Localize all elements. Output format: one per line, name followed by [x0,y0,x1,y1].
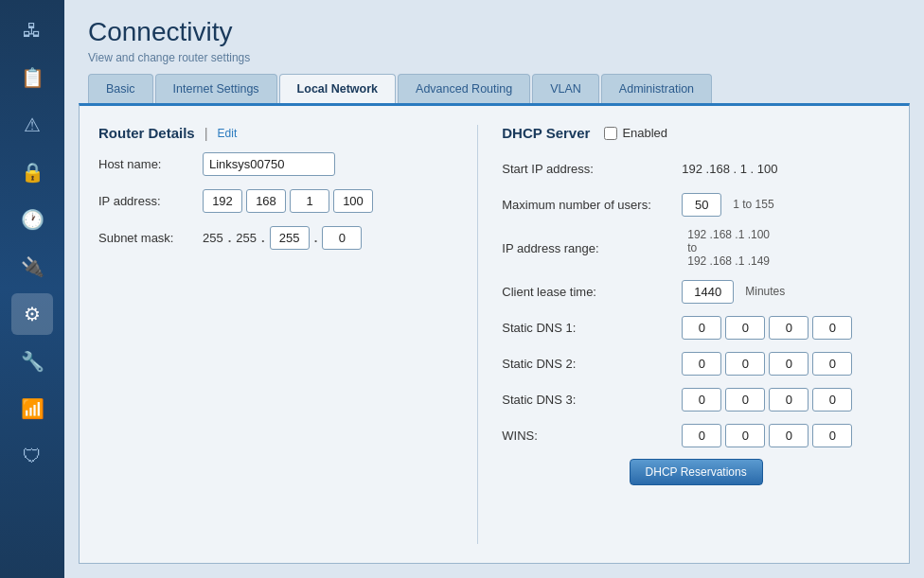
max-users-note: 1 to 155 [733,198,773,211]
ip-address-inputs [203,189,373,213]
wins-octet2[interactable] [725,424,765,447]
dns3-octet1[interactable] [682,388,721,412]
ip-address-label: IP address: [98,194,203,208]
wins-values [682,424,852,447]
router-details-panel: Router Details | Edit Host name: IP addr… [98,125,478,544]
router-icon[interactable]: 🖧 [11,9,53,51]
subnet-mask-inputs: 255 . 255 . . [203,226,362,250]
dhcp-reservations-container: DHCP Reservations [502,459,890,485]
hostname-row: Host name: [98,152,453,176]
dns1-octet4[interactable] [812,316,852,340]
dns2-octet1[interactable] [682,352,721,376]
hostname-inputs [203,152,335,176]
content-area: Router Details | Edit Host name: IP addr… [79,103,910,564]
main-content: Connectivity View and change router sett… [64,0,924,578]
wireless-icon[interactable]: 📶 [11,388,53,429]
network-icon[interactable]: 📋 [11,57,53,98]
dhcp-enabled-label[interactable]: Enabled [604,126,667,140]
dns3-values [682,388,852,412]
dhcp-header: DHCP Server Enabled [502,125,890,141]
ip-address-row: IP address: [98,189,453,213]
ip-range-block: 192 .168 .1 .100 to 192 .168 .1 .149 [687,228,770,268]
hostname-input[interactable] [203,152,335,176]
subnet-mask-label: Subnet mask: [98,231,203,245]
ip-octet2-input[interactable] [246,189,286,213]
lease-time-input[interactable] [682,280,734,304]
dns2-octet2[interactable] [725,352,765,376]
tab-administration[interactable]: Administration [601,74,712,103]
dns2-values [682,352,852,376]
start-ip-display: 192 .168 . 1 . 100 [682,162,777,176]
dns3-octet2[interactable] [725,388,765,412]
ip-range-to: to [687,241,770,254]
dns1-octet1[interactable] [682,316,721,340]
dns1-values [682,316,852,340]
lease-time-unit: Minutes [745,285,785,298]
dhcp-panel: DHCP Server Enabled Start IP address: 19… [478,125,890,544]
security-badge-icon[interactable]: 🛡 [11,435,53,477]
dns1-octet3[interactable] [769,316,808,340]
wins-row: WINS: [502,423,890,447]
dot1: . [228,231,232,245]
router-details-title: Router Details | Edit [98,125,453,141]
start-ip-values: 192 .168 . 1 . 100 [682,162,777,176]
start-ip-row: Start IP address: 192 .168 . 1 . 100 [502,156,890,181]
ip-range-line1: 192 .168 .1 .100 [687,228,770,241]
wins-octet3[interactable] [769,424,808,447]
page-header: Connectivity View and change router sett… [64,0,924,74]
dot2: . [261,231,265,245]
dns2-octet4[interactable] [812,352,852,376]
clock-icon[interactable]: 🕐 [11,199,53,240]
tools-icon[interactable]: 🔧 [11,341,53,382]
tab-basic[interactable]: Basic [88,74,153,103]
max-users-input[interactable] [682,193,721,217]
subnet-octet3-input[interactable] [270,226,310,250]
wins-octet1[interactable] [682,424,721,447]
subnet-mask-row: Subnet mask: 255 . 255 . . [98,226,453,250]
page-subtitle: View and change router settings [88,51,900,64]
ip-octet4-input[interactable] [333,189,373,213]
dns1-octet2[interactable] [725,316,765,340]
dns3-octet3[interactable] [769,388,808,412]
ip-range-line2: 192 .168 .1 .149 [687,254,770,268]
hostname-label: Host name: [98,157,203,171]
wins-label: WINS: [502,429,682,443]
tab-bar: Basic Internet Settings Local Network Ad… [79,74,924,103]
dns1-row: Static DNS 1: [502,315,890,340]
dns3-row: Static DNS 3: [502,387,890,412]
tab-vlan[interactable]: VLAN [532,74,599,103]
warning-icon[interactable]: ⚠ [11,104,53,146]
tab-internet-settings[interactable]: Internet Settings [155,74,277,103]
dhcp-reservations-button[interactable]: DHCP Reservations [630,459,763,485]
tab-advanced-routing[interactable]: Advanced Routing [398,74,530,103]
dot3: . [314,231,318,245]
subnet-octet2: 255 [236,231,257,245]
ip-octet1-input[interactable] [203,189,242,213]
lease-time-values: Minutes [682,280,785,304]
max-users-label: Maximum number of users: [502,198,682,212]
dns3-octet4[interactable] [812,388,852,412]
dhcp-title: DHCP Server [502,125,590,141]
dns1-label: Static DNS 1: [502,321,682,335]
sidebar: 🖧 📋 ⚠ 🔒 🕐 🔌 ⚙ 🔧 📶 🛡 [0,0,64,578]
dns2-octet3[interactable] [769,352,808,376]
ip-octet3-input[interactable] [290,189,329,213]
shield-icon[interactable]: 🔒 [11,151,53,193]
dns2-row: Static DNS 2: [502,351,890,376]
page-title: Connectivity [88,17,900,47]
start-ip-label: Start IP address: [502,162,682,176]
dhcp-enabled-checkbox[interactable] [604,127,617,140]
max-users-values: 1 to 155 [682,193,773,217]
settings-icon[interactable]: ⚙ [11,293,53,335]
ip-range-label: IP address range: [502,241,682,255]
dns3-label: Static DNS 3: [502,393,682,407]
edit-link[interactable]: Edit [218,127,238,140]
lease-time-label: Client lease time: [502,285,682,299]
ports-icon[interactable]: 🔌 [11,246,53,288]
lease-time-row: Client lease time: Minutes [502,279,890,304]
wins-octet4[interactable] [812,424,852,447]
subnet-octet4-input[interactable] [322,226,362,250]
tab-local-network[interactable]: Local Network [279,74,396,103]
ip-range-row: IP address range: 192 .168 .1 .100 to 19… [502,228,890,268]
subnet-octet1: 255 [203,231,223,245]
